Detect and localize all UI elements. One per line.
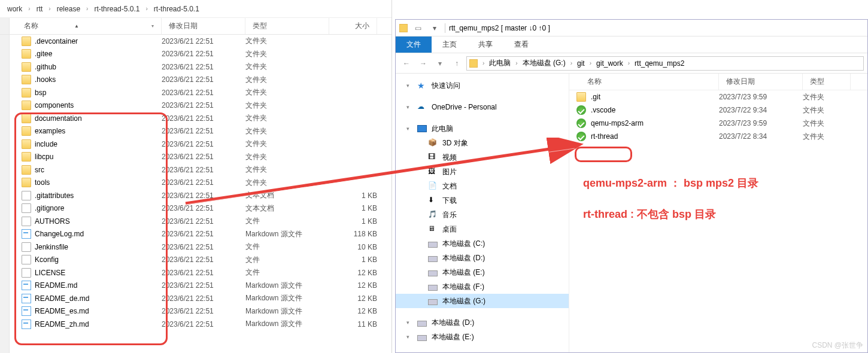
- file-row[interactable]: components2023/6/21 22:51文件夹: [0, 99, 391, 112]
- file-row[interactable]: include2023/6/21 22:51文件夹: [0, 138, 391, 151]
- nav-pc-item[interactable]: 🖼图片: [396, 165, 569, 179]
- file-name: .gitattributes: [35, 191, 162, 200]
- titlebar[interactable]: ▭ ▾ rtt_qemu_mps2 [ master ↓0 ↑0 ]: [396, 20, 867, 36]
- col-type[interactable]: 类型: [245, 18, 329, 34]
- col-date[interactable]: 修改日期: [719, 74, 803, 90]
- file-row[interactable]: rt-thread2023/7/22 8:34文件夹: [569, 130, 867, 143]
- col-date[interactable]: 修改日期: [162, 18, 245, 34]
- expand-icon[interactable]: ▾: [406, 126, 412, 132]
- folder-icon: [22, 152, 31, 162]
- file-row[interactable]: LICENSE2023/6/21 22:51文件12 KB: [0, 266, 391, 279]
- expand-icon[interactable]: ▾: [406, 319, 412, 325]
- file-row[interactable]: bsp2023/6/21 22:51文件夹: [0, 86, 391, 99]
- tab-file[interactable]: 文件: [396, 36, 432, 53]
- nav-pc-item[interactable]: 📄文档: [396, 179, 569, 193]
- nav-pc-item[interactable]: 本地磁盘 (C:): [396, 236, 569, 251]
- file-name: documentation: [35, 114, 162, 123]
- nav-drive[interactable]: ▾本地磁盘 (E:): [396, 330, 569, 344]
- file-name: README_zh.md: [35, 320, 162, 328]
- file-row[interactable]: documentation2023/6/21 22:51文件夹: [0, 112, 391, 125]
- address-segment[interactable]: git_work: [594, 59, 626, 68]
- address-segment[interactable]: git: [575, 59, 587, 68]
- navitem-label: 视频: [442, 153, 457, 163]
- file-row[interactable]: .hooks2023/6/21 22:51文件夹: [0, 74, 391, 87]
- file-row[interactable]: .gitattributes2023/6/21 22:51文本文档1 KB: [0, 189, 391, 202]
- expand-icon[interactable]: ▾: [406, 83, 412, 89]
- nav-drive[interactable]: ▾本地磁盘 (D:): [396, 315, 569, 330]
- address-segment[interactable]: 本地磁盘 (G:): [520, 58, 568, 68]
- nav-pc-item[interactable]: 本地磁盘 (G:): [396, 294, 569, 308]
- folder-icon: [22, 139, 31, 149]
- file-row[interactable]: qemu-mps2-arm2023/7/23 9:59文件夹: [569, 117, 867, 130]
- file-row[interactable]: tools2023/6/21 22:51文件夹: [0, 176, 391, 190]
- column-headers-left[interactable]: 名称▲▾ 修改日期 类型 大小: [0, 18, 391, 35]
- chevron-down-icon[interactable]: ▾: [151, 23, 154, 29]
- breadcrumb-left[interactable]: work›rtt›release›rt-thread-5.0.1›rt-thre…: [0, 0, 391, 18]
- address-segment[interactable]: 此电脑: [487, 58, 513, 68]
- file-row[interactable]: Kconfig2023/6/21 22:51文件1 KB: [0, 254, 391, 267]
- file-row[interactable]: .github2023/6/21 22:51文件夹: [0, 60, 391, 74]
- file-row[interactable]: .git2023/7/23 9:59文件夹: [569, 90, 867, 104]
- breadcrumb-item[interactable]: release: [54, 4, 83, 14]
- file-row[interactable]: .gitignore2023/6/21 22:51文本文档1 KB: [0, 202, 391, 215]
- nav-pc-item[interactable]: 🎞视频: [396, 150, 569, 165]
- annotation-text-2: rt-thread : 不包含 bsp 目录: [583, 207, 716, 221]
- nav-pc-item[interactable]: 📦3D 对象: [396, 136, 569, 150]
- file-size: 12 KB: [329, 269, 377, 277]
- up-button[interactable]: ↑: [450, 56, 464, 71]
- nav-onedrive[interactable]: ▾☁OneDrive - Personal: [396, 100, 569, 114]
- file-date: 2023/6/21 22:51: [162, 230, 245, 238]
- nav-pc-item[interactable]: 本地磁盘 (E:): [396, 265, 569, 279]
- qat-item[interactable]: ▭: [411, 22, 424, 35]
- file-row[interactable]: README_zh.md2023/6/21 22:51Markdown 源文件1…: [0, 318, 391, 331]
- navitem-label: 本地磁盘 (F:): [442, 282, 484, 292]
- address-segment[interactable]: rtt_qemu_mps2: [632, 59, 687, 68]
- file-row[interactable]: src2023/6/21 22:51文件夹: [0, 163, 391, 176]
- nav-this-pc[interactable]: ▾此电脑: [396, 121, 569, 136]
- breadcrumb-item[interactable]: rt-thread-5.0.1: [151, 4, 202, 14]
- qat-item[interactable]: ▾: [428, 22, 441, 35]
- col-size[interactable]: 大小: [329, 18, 377, 34]
- nav-pc-item[interactable]: 本地磁盘 (F:): [396, 279, 569, 294]
- file-row[interactable]: Jenkinsfile2023/6/21 22:51文件10 KB: [0, 241, 391, 254]
- tab-share[interactable]: 共享: [468, 36, 503, 53]
- nav-quick-access[interactable]: ▾★快速访问: [396, 78, 569, 93]
- col-name[interactable]: 名称: [569, 74, 719, 90]
- column-headers-right[interactable]: 名称 修改日期 类型: [569, 74, 867, 90]
- tab-view[interactable]: 查看: [503, 36, 539, 53]
- file-type: Markdown 源文件: [245, 306, 329, 317]
- folder-icon: [22, 114, 31, 123]
- file-row[interactable]: .gitee2023/6/21 22:51文件夹: [0, 48, 391, 61]
- file-name: README_es.md: [35, 307, 162, 315]
- breadcrumb-item[interactable]: rt-thread-5.0.1: [92, 4, 142, 14]
- address-bar[interactable]: ›此电脑›本地磁盘 (G:)›git›git_work›rtt_qemu_mps…: [466, 56, 864, 71]
- file-row[interactable]: examples2023/6/21 22:51文件夹: [0, 125, 391, 138]
- expand-icon[interactable]: ▾: [406, 104, 412, 110]
- recent-dropdown[interactable]: ▾: [433, 56, 447, 71]
- expand-icon[interactable]: ▾: [406, 334, 412, 340]
- forward-button[interactable]: →: [416, 56, 430, 71]
- nav-pc-item[interactable]: 本地磁盘 (D:): [396, 251, 569, 265]
- nav-pc-item[interactable]: ⬇下载: [396, 193, 569, 208]
- file-row[interactable]: .devcontainer2023/6/21 22:51文件夹: [0, 35, 391, 48]
- file-name: LICENSE: [35, 269, 162, 277]
- nav-pc-item[interactable]: 🎵音乐: [396, 208, 569, 222]
- breadcrumb-item[interactable]: rtt: [34, 4, 45, 14]
- nav-pc-item[interactable]: 🖥桌面: [396, 222, 569, 236]
- tab-home[interactable]: 主页: [432, 36, 468, 53]
- back-button[interactable]: ←: [399, 56, 414, 71]
- cloud-icon: ☁: [417, 102, 427, 112]
- file-row[interactable]: ChangeLog.md2023/6/21 22:51Markdown 源文件1…: [0, 228, 391, 241]
- file-row[interactable]: .vscode2023/7/22 9:34文件夹: [569, 104, 867, 117]
- col-name[interactable]: 名称▲▾: [0, 18, 162, 34]
- file-row[interactable]: AUTHORS2023/6/21 22:51文件1 KB: [0, 215, 391, 228]
- breadcrumb-item[interactable]: work: [5, 4, 25, 14]
- file-row[interactable]: README_de.md2023/6/21 22:51Markdown 源文件1…: [0, 292, 391, 305]
- file-name: Kconfig: [35, 255, 162, 264]
- file-type: 文件夹: [245, 87, 329, 98]
- file-row[interactable]: README.md2023/6/21 22:51Markdown 源文件12 K…: [0, 279, 391, 293]
- file-row[interactable]: README_es.md2023/6/21 22:51Markdown 源文件1…: [0, 305, 391, 318]
- file-row[interactable]: libcpu2023/6/21 22:51文件夹: [0, 151, 391, 164]
- file-date: 2023/6/21 22:51: [162, 269, 245, 277]
- col-type[interactable]: 类型: [803, 74, 851, 90]
